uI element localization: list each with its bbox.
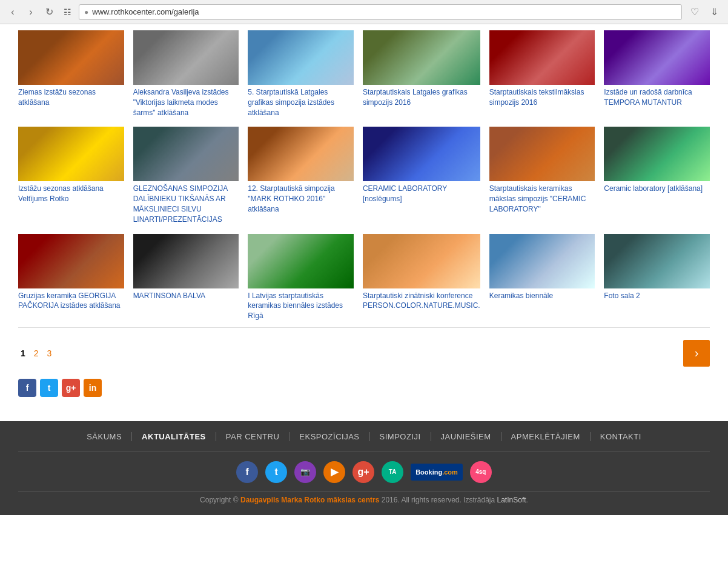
footer-social-twitter[interactable]: t: [265, 461, 287, 483]
gallery-item-title[interactable]: Gruzijas keramiķa GEORGIJA PAČKORIJA izs…: [18, 291, 124, 311]
footer-social-youtube[interactable]: ▶: [323, 461, 345, 483]
gallery-thumbnail: [18, 234, 124, 288]
back-button[interactable]: ‹: [6, 5, 19, 19]
gallery-thumbnail: [489, 234, 595, 288]
pagination: 1 2 3 ›: [18, 327, 710, 373]
gallery-thumbnail: [489, 127, 595, 181]
footer-nav-item-apmekl-t-jiem[interactable]: APMEKLĒTĀJIEM: [501, 432, 591, 441]
next-page-button[interactable]: ›: [683, 340, 710, 367]
forward-button[interactable]: ›: [24, 5, 38, 19]
footer-nav-item-aktualit-tes[interactable]: AKTUALITĀTES: [132, 432, 216, 441]
gallery-item[interactable]: Starptautiski zinātniski konference PERS…: [363, 234, 480, 321]
brand-link[interactable]: Daugavpils Marka Rotko mākslas centrs: [240, 496, 379, 504]
share-googleplus-button[interactable]: g+: [62, 379, 80, 397]
gallery-item[interactable]: GLEZNOŠANAS SIMPOZIJA DALĪBNIEKU TIKŠANĀ…: [133, 127, 239, 224]
gallery-item[interactable]: Ceramic laboratory [atklāšana]: [604, 127, 710, 224]
page-3[interactable]: 3: [45, 347, 55, 359]
developer-name: LatInSoft: [497, 496, 526, 504]
page-1[interactable]: 1: [18, 347, 28, 359]
footer-nav-item-s-kums[interactable]: SĀKUMS: [77, 432, 132, 441]
gallery-item[interactable]: Ziemas izstāžu sezonas atklāšana: [18, 30, 124, 118]
copyright-text: Copyright ©: [200, 496, 240, 504]
gallery-item[interactable]: MARTINSONA BALVA: [133, 234, 239, 321]
footer-social-instagram[interactable]: 📷: [294, 461, 316, 483]
gallery-thumbnail: [604, 30, 710, 85]
gallery-item-title[interactable]: Izstāde un radošā darbnīca TEMPORA MUTAN…: [604, 87, 710, 108]
footer-nav: SĀKUMSAKTUALITĀTESPAR CENTRUEKSPOZĪCIJAS…: [18, 432, 710, 451]
social-share-row: f t g+ in: [18, 373, 710, 409]
footer-nav-item-jaunie-iem[interactable]: JAUNIEŠIEM: [431, 432, 501, 441]
page-numbers: 1 2 3: [18, 347, 54, 359]
refresh-button[interactable]: ↻: [42, 5, 56, 19]
brand-name: Daugavpils Marka Rotko mākslas centrs: [240, 496, 379, 504]
gallery-item-title[interactable]: MARTINSONA BALVA: [133, 291, 239, 301]
gallery-item-title[interactable]: Starptautiskais keramikas mākslas simpoz…: [489, 184, 595, 214]
gallery-item[interactable]: 5. Starptautiskā Latgales grafikas simpo…: [248, 30, 354, 118]
footer-nav-item-ekspoz-cijas[interactable]: EKSPOZĪCIJAS: [290, 432, 369, 441]
footer-nav-item-par-centru[interactable]: PAR CENTRU: [216, 432, 290, 441]
gallery-item-title[interactable]: Foto sala 2: [604, 291, 710, 301]
gallery-item[interactable]: Starptautiskais keramikas mākslas simpoz…: [489, 127, 595, 224]
gallery-item-title[interactable]: Ceramic laboratory [atklāšana]: [604, 184, 710, 194]
apps-button[interactable]: ☷: [61, 5, 74, 19]
share-other-button[interactable]: in: [84, 379, 102, 397]
gallery-item-title[interactable]: GLEZNOŠANAS SIMPOZIJA DALĪBNIEKU TIKŠANĀ…: [133, 184, 239, 224]
address-bar: ●: [79, 4, 682, 20]
gallery-thumbnail: [133, 234, 239, 288]
gallery-thumbnail: [248, 30, 354, 85]
gallery-item[interactable]: CERAMIC LABORATORY [noslēgums]: [363, 127, 480, 224]
gallery-item[interactable]: Aleksandra Vasiljeva izstādes "Viktorija…: [133, 30, 239, 118]
share-facebook-button[interactable]: f: [18, 379, 36, 397]
gallery-thumbnail: [133, 127, 239, 181]
page-content: Ziemas izstāžu sezonas atklāšanaAleksand…: [0, 24, 728, 421]
lock-icon: ●: [84, 8, 88, 16]
gallery-thumbnail: [133, 30, 239, 85]
gallery-item-title[interactable]: CERAMIC LABORATORY [noslēgums]: [363, 184, 480, 204]
download-button[interactable]: ⇓: [706, 4, 722, 20]
gallery-item[interactable]: I Latvijas starptautiskās keramikas bien…: [248, 234, 354, 321]
footer: SĀKUMSAKTUALITĀTESPAR CENTRUEKSPOZĪCIJAS…: [0, 421, 728, 515]
gallery-item[interactable]: Izstāžu sezonas atklāšana Veltījums Rotk…: [18, 127, 124, 224]
url-input[interactable]: [92, 7, 677, 16]
gallery-item[interactable]: Izstāde un radošā darbnīca TEMPORA MUTAN…: [604, 30, 710, 118]
gallery-thumbnail: [248, 234, 354, 288]
footer-social-google-plus[interactable]: g+: [352, 461, 374, 483]
gallery-thumbnail: [363, 234, 480, 288]
gallery-item[interactable]: Foto sala 2: [604, 234, 710, 321]
copyright-year: 2016. All rights reserved. Izstrādāja: [379, 496, 497, 504]
page-2[interactable]: 2: [31, 347, 41, 359]
developer-link[interactable]: LatInSoft: [497, 496, 526, 504]
footer-nav-item-simpoziji[interactable]: SIMPOZIJI: [370, 432, 431, 441]
footer-social-booking[interactable]: Booking.com: [411, 464, 463, 481]
gallery-item-title[interactable]: Starptautiski zinātniski konference PERS…: [363, 291, 480, 311]
footer-copyright: Copyright © Daugavpils Marka Rotko māksl…: [18, 491, 710, 504]
favorites-button[interactable]: ♡: [687, 4, 703, 20]
gallery-item-title[interactable]: Aleksandra Vasiljeva izstādes "Viktorija…: [133, 87, 239, 118]
gallery-item-title[interactable]: Izstāžu sezonas atklāšana Veltījums Rotk…: [18, 184, 124, 204]
gallery-item-title[interactable]: Ziemas izstāžu sezonas atklāšana: [18, 87, 124, 108]
footer-nav-item-kontakti[interactable]: KONTAKTI: [591, 432, 651, 441]
footer-social-tripadvisor[interactable]: TA: [382, 461, 403, 483]
footer-social-facebook[interactable]: f: [236, 461, 258, 483]
gallery-thumbnail: [363, 30, 480, 85]
gallery-item[interactable]: Starptautiskais Latgales grafikas simpoz…: [363, 30, 480, 118]
gallery-item-title[interactable]: 12. Starptautiskā simpozija "MARK ROTHKO…: [248, 184, 354, 214]
gallery-item[interactable]: Gruzijas keramiķa GEORGIJA PAČKORIJA izs…: [18, 234, 124, 321]
gallery-item-title[interactable]: I Latvijas starptautiskās keramikas bien…: [248, 291, 354, 321]
gallery-thumbnail: [489, 30, 595, 85]
gallery-thumbnail: [248, 127, 354, 181]
gallery-item-title[interactable]: Keramikas biennāle: [489, 291, 595, 301]
footer-social: ft📷▶g+TABooking.com4sq: [18, 461, 710, 491]
share-twitter-button[interactable]: t: [40, 379, 58, 397]
footer-social-foursquare[interactable]: 4sq: [470, 461, 492, 483]
gallery-item[interactable]: Keramikas biennāle: [489, 234, 595, 321]
developer-suffix: .: [526, 496, 528, 504]
gallery-thumbnail: [604, 127, 710, 181]
gallery-item-title[interactable]: Starptautiskais tekstilmākslas simpozijs…: [489, 87, 595, 108]
gallery-thumbnail: [18, 30, 124, 85]
gallery-item[interactable]: 12. Starptautiskā simpozija "MARK ROTHKO…: [248, 127, 354, 224]
gallery-item-title[interactable]: 5. Starptautiskā Latgales grafikas simpo…: [248, 87, 354, 118]
gallery-item-title[interactable]: Starptautiskais Latgales grafikas simpoz…: [363, 87, 480, 108]
gallery-thumbnail: [18, 127, 124, 181]
gallery-item[interactable]: Starptautiskais tekstilmākslas simpozijs…: [489, 30, 595, 118]
